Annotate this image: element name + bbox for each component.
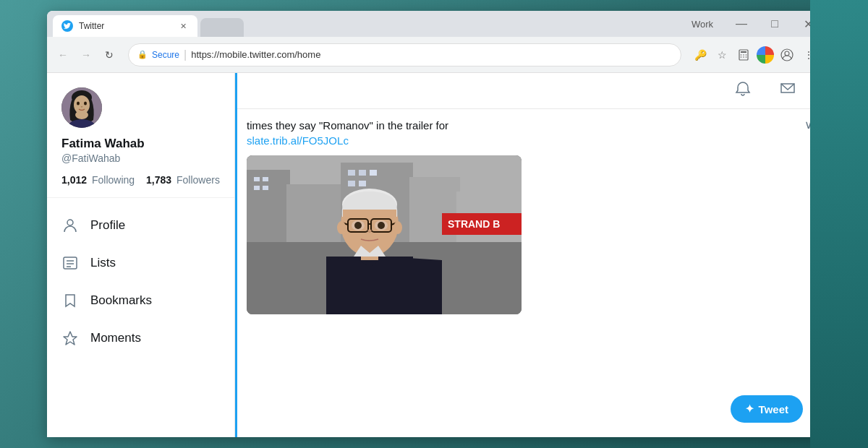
scrollbar[interactable] [817, 73, 825, 437]
menu-item-lists[interactable]: Lists [47, 244, 234, 282]
toolbar-icons: 🔑 ☆ [690, 45, 819, 65]
window-profile-label: Work [680, 11, 725, 37]
desktop: Twitter ✕ Work — □ ✕ ← → ↻ 🔒 Secure [0, 0, 868, 448]
bookmarks-menu-icon [61, 292, 79, 309]
tweet-area: ∨ times they say "Romanov" in the traile… [235, 109, 825, 323]
minimize-button[interactable]: — [725, 11, 758, 37]
svg-rect-30 [254, 177, 260, 181]
svg-rect-1 [741, 51, 746, 53]
svg-rect-34 [348, 170, 355, 176]
svg-point-4 [746, 54, 747, 56]
lists-menu-label: Lists [90, 256, 116, 270]
secure-label: Secure [152, 50, 179, 60]
follow-stats: 1,012 Following 1,783 Followers [61, 174, 220, 186]
svg-point-57 [393, 221, 402, 234]
reload-button[interactable]: ↻ [99, 45, 119, 65]
url-text: https://mobile.twitter.com/home [191, 49, 672, 60]
svg-point-52 [378, 222, 385, 229]
url-bar[interactable]: 🔒 Secure | https://mobile.twitter.com/ho… [128, 43, 681, 66]
profile-menu-icon [61, 217, 79, 234]
svg-rect-33 [263, 186, 268, 190]
svg-point-18 [67, 220, 73, 225]
active-tab[interactable]: Twitter ✕ [53, 15, 197, 37]
svg-point-5 [741, 56, 742, 58]
avatar [61, 87, 102, 128]
user-handle: @FatiWahab [61, 152, 220, 164]
title-bar: Twitter ✕ Work — □ ✕ [47, 11, 825, 37]
moments-menu-icon [61, 329, 79, 347]
svg-point-7 [746, 56, 747, 58]
svg-rect-36 [370, 170, 377, 176]
lists-menu-icon [61, 254, 79, 272]
inactive-tab[interactable] [200, 18, 244, 37]
svg-point-14 [77, 102, 80, 105]
user-name: Fatima Wahab [61, 137, 220, 151]
tweet-btn-label: Tweet [759, 403, 788, 415]
address-bar: ← → ↻ 🔒 Secure | https://mobile.twitter.… [47, 37, 825, 73]
more-menu-icon[interactable]: ⋮ [799, 45, 819, 65]
moments-menu-label: Moments [90, 331, 141, 345]
svg-point-9 [785, 51, 789, 56]
messages-icon[interactable] [780, 81, 796, 100]
svg-point-3 [743, 54, 744, 56]
back-button[interactable]: ← [53, 45, 73, 65]
svg-rect-38 [359, 181, 366, 186]
svg-rect-32 [254, 186, 260, 190]
svg-text:STRAND B: STRAND B [448, 218, 500, 230]
menu-item-bookmarks[interactable]: Bookmarks [47, 282, 234, 319]
svg-point-49 [354, 222, 362, 229]
bookmark-star-icon[interactable]: ☆ [712, 45, 732, 65]
svg-rect-31 [263, 177, 268, 181]
menu-item-moments[interactable]: Moments [47, 319, 234, 357]
menu-item-profile[interactable]: Profile [47, 207, 234, 244]
calculator-icon[interactable] [733, 45, 754, 65]
browser-window: Twitter ✕ Work — □ ✕ ← → ↻ 🔒 Secure [47, 11, 825, 437]
followers-stat[interactable]: 1,783 Followers [146, 174, 220, 186]
following-label: Following [92, 174, 135, 186]
separator: | [184, 48, 187, 61]
profile-icon[interactable] [777, 45, 797, 65]
tweet-button[interactable]: ✦ Tweet [731, 395, 803, 423]
twitter-sidebar: Fatima Wahab @FatiWahab 1,012 Following … [47, 73, 235, 437]
window-controls: Work — □ ✕ [680, 11, 825, 37]
key-icon[interactable]: 🔑 [690, 45, 710, 65]
twitter-main: ∨ times they say "Romanov" in the traile… [235, 73, 825, 437]
bookmarks-menu-label: Bookmarks [90, 293, 152, 308]
chrome-extension-icon[interactable] [755, 45, 775, 65]
svg-rect-37 [348, 181, 355, 186]
followers-count: 1,783 [146, 174, 171, 186]
forward-button[interactable]: → [76, 45, 96, 65]
tab-close-button[interactable]: ✕ [177, 20, 189, 32]
svg-point-2 [741, 54, 742, 56]
notifications-icon[interactable] [735, 81, 751, 100]
twitter-layout: Fatima Wahab @FatiWahab 1,012 Following … [47, 73, 825, 437]
tweet-text-content: times they say "Romanov" in the trailer … [247, 119, 448, 132]
following-count: 1,012 [61, 174, 87, 186]
tab-title: Twitter [79, 21, 171, 31]
tweet-collapse-button[interactable]: ∨ [804, 118, 813, 132]
twitter-top-nav [235, 73, 825, 109]
svg-point-16 [75, 111, 88, 119]
svg-point-15 [84, 102, 87, 105]
tweet-link[interactable]: slate.trib.al/FO5JOLc [247, 134, 349, 147]
close-button[interactable]: ✕ [791, 11, 825, 37]
tweet-image: STRAND B [247, 155, 522, 314]
scrollbar-thumb[interactable] [817, 73, 825, 116]
lock-icon: 🔒 [137, 50, 148, 59]
tab-strip: Twitter ✕ [53, 11, 244, 37]
browser-content: Fatima Wahab @FatiWahab 1,012 Following … [47, 73, 825, 437]
tab-favicon [61, 20, 73, 32]
maximize-button[interactable]: □ [758, 11, 791, 37]
menu-items: Profile [47, 198, 234, 366]
followers-label: Followers [176, 174, 220, 186]
tweet-btn-icon: ✦ [745, 402, 754, 415]
following-stat[interactable]: 1,012 Following [61, 174, 135, 186]
profile-menu-label: Profile [90, 218, 125, 233]
tweet-text: times they say "Romanov" in the trailer … [247, 118, 813, 148]
svg-rect-26 [286, 184, 344, 242]
svg-point-6 [743, 56, 744, 58]
profile-section: Fatima Wahab @FatiWahab 1,012 Following … [47, 87, 234, 198]
svg-rect-35 [359, 170, 366, 176]
svg-point-56 [337, 221, 346, 234]
